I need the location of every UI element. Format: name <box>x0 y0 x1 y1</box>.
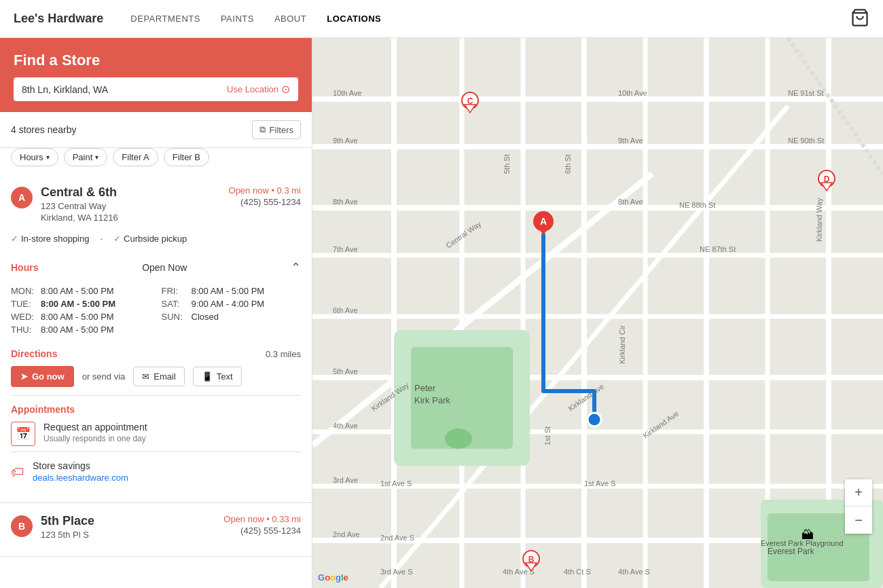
store-a-marker: A <box>11 187 33 208</box>
store-b-phone: (425) 555-1234 <box>223 526 301 536</box>
feature-in-store: ✓ In-store shopping <box>11 234 89 244</box>
store-card-a: A Central & 6th 123 Central Way Kirkland… <box>0 174 312 503</box>
directions-arrow-icon: ➤ <box>20 371 28 382</box>
email-icon: ✉ <box>142 371 149 382</box>
store-a-phone: (425) 555-1234 <box>229 197 301 207</box>
find-store-title: Find a Store <box>14 52 298 69</box>
zoom-out-button[interactable]: − <box>845 507 872 534</box>
store-b-status: Open now • 0.33 mi <box>223 514 301 524</box>
directions-header: Directions 0.3 miles <box>11 348 301 359</box>
request-appointment-row[interactable]: 📅 Request an appointment Usually respond… <box>11 422 301 446</box>
search-box: Use Location ⊙ <box>14 77 298 101</box>
store-b-address: 123 5th Pl S <box>41 530 215 540</box>
google-text: Google <box>318 572 348 583</box>
store-a-address-2: Kirkland, WA 11216 <box>41 213 221 223</box>
svg-text:Kirkland Way: Kirkland Way <box>815 198 823 242</box>
hours-row-mon: MON: 8:00 AM - 5:00 PM <box>11 286 151 296</box>
store-b-info: 5th Place 123 5th Pl S <box>41 514 215 540</box>
nav-paints[interactable]: PAINTS <box>221 14 254 24</box>
svg-text:A: A <box>540 216 547 227</box>
svg-text:1st St: 1st St <box>543 426 552 445</box>
zoom-in-button[interactable]: + <box>845 479 872 507</box>
location-icon: ⊙ <box>281 83 290 96</box>
svg-text:D: D <box>824 174 830 184</box>
hours-toggle-button[interactable]: Hours Open Now ⌃ <box>11 255 301 280</box>
main-layout: Find a Store Use Location ⊙ 4 stores nea… <box>0 38 883 588</box>
chip-filter-a[interactable]: Filter A <box>113 148 158 166</box>
location-search-input[interactable] <box>22 84 221 95</box>
go-now-button[interactable]: ➤ Go now <box>11 366 74 387</box>
nav-locations[interactable]: LOCATIONS <box>327 14 381 24</box>
savings-link[interactable]: deals.leeshardware.com <box>33 473 128 483</box>
phone-icon: 📱 <box>202 371 213 382</box>
svg-text:NE 87th St: NE 87th St <box>700 245 736 253</box>
filter-icon: ⧉ <box>259 124 266 135</box>
svg-text:Kirk Park: Kirk Park <box>414 395 450 405</box>
filter-bar: 4 stores nearby ⧉ Filters <box>0 112 312 148</box>
directions-actions: ➤ Go now or send via ✉ Email 📱 Text <box>11 366 301 387</box>
nav-departments[interactable]: DEPARTMENTS <box>130 14 200 24</box>
svg-text:5th Ave: 5th Ave <box>333 367 358 375</box>
hours-row-wed: WED: 8:00 AM - 5:00 PM <box>11 312 151 322</box>
hours-grid: MON: 8:00 AM - 5:00 PM FRI: 8:00 AM - 5:… <box>11 280 301 340</box>
hours-row-tue: TUE: 8:00 AM - 5:00 PM <box>11 299 151 309</box>
store-b-name: 5th Place <box>41 514 215 528</box>
main-nav: DEPARTMENTS PAINTS ABOUT LOCATIONS <box>130 14 850 24</box>
site-logo: Lee's Hardware <box>14 12 103 26</box>
send-text-button[interactable]: 📱 Text <box>193 367 242 386</box>
directions-section: Directions 0.3 miles ➤ Go now or send vi… <box>11 340 301 395</box>
hours-row-fri: FRI: 8:00 AM - 5:00 PM <box>162 286 302 296</box>
store-a-status: Open now • 0.3 mi <box>229 185 301 196</box>
store-b-meta: Open now • 0.33 mi (425) 555-1234 <box>223 514 301 536</box>
svg-text:6th St: 6th St <box>564 154 572 174</box>
chip-hours[interactable]: Hours▾ <box>11 148 58 166</box>
hours-row-sun: SUN: Closed <box>162 312 302 322</box>
sidebar: Find a Store Use Location ⊙ 4 stores nea… <box>0 38 312 588</box>
store-a-info: Central & 6th 123 Central Way Kirkland, … <box>41 185 221 223</box>
svg-text:2nd Ave: 2nd Ave <box>333 530 360 538</box>
svg-text:10th Ave: 10th Ave <box>333 89 362 97</box>
filters-button[interactable]: ⧉ Filters <box>252 120 301 139</box>
svg-text:4th Ct S: 4th Ct S <box>564 568 591 576</box>
svg-text:🏔: 🏔 <box>801 528 814 542</box>
appointments-section: Appointments 📅 Request an appointment Us… <box>11 395 301 452</box>
chip-filter-b[interactable]: Filter B <box>164 148 209 166</box>
store-card-b: B 5th Place 123 5th Pl S Open now • 0.33… <box>0 503 312 557</box>
send-email-button[interactable]: ✉ Email <box>133 367 185 386</box>
svg-text:B: B <box>528 555 535 564</box>
store-a-address-1: 123 Central Way <box>41 201 221 211</box>
savings-info: Store savings deals.leeshardware.com <box>33 460 128 483</box>
chip-paint[interactable]: Paint▾ <box>64 148 108 166</box>
store-a-header: A Central & 6th 123 Central Way Kirkland… <box>11 185 301 223</box>
nav-about[interactable]: ABOUT <box>274 14 306 24</box>
map-controls: + − <box>845 479 872 534</box>
svg-text:NE 88th St: NE 88th St <box>679 201 715 209</box>
store-a-meta: Open now • 0.3 mi (425) 555-1234 <box>229 185 301 207</box>
store-savings-row[interactable]: 🏷 Store savings deals.leeshardware.com <box>11 452 301 492</box>
svg-point-66 <box>588 413 601 426</box>
svg-text:4th Ave: 4th Ave <box>333 422 358 430</box>
svg-text:4th Ave S: 4th Ave S <box>618 568 650 576</box>
appointment-text: Request an appointment Usually responds … <box>43 422 147 443</box>
header: Lee's Hardware DEPARTMENTS PAINTS ABOUT … <box>0 0 883 38</box>
svg-text:9th Ave: 9th Ave <box>618 136 643 145</box>
google-logo: Google <box>318 572 348 583</box>
svg-text:5th St: 5th St <box>503 154 511 174</box>
svg-text:Everest Park: Everest Park <box>768 547 815 556</box>
svg-text:2nd Ave S: 2nd Ave S <box>380 534 414 542</box>
store-b-header: B 5th Place 123 5th Pl S Open now • 0.33… <box>11 514 301 540</box>
svg-text:3rd Ave: 3rd Ave <box>333 476 358 484</box>
cart-icon[interactable] <box>850 8 869 30</box>
hours-row-thu: THU: 8:00 AM - 5:00 PM <box>11 325 151 335</box>
check-icon: ✓ <box>113 234 121 244</box>
store-a-name: Central & 6th <box>41 185 221 200</box>
calendar-icon: 📅 <box>11 422 35 446</box>
use-location-button[interactable]: Use Location ⊙ <box>227 83 290 96</box>
hours-section: Hours Open Now ⌃ MON: 8:00 AM - 5:00 PM … <box>11 255 301 340</box>
svg-text:8th Ave: 8th Ave <box>333 198 358 206</box>
map-area[interactable]: Peter Kirk Park Everest Park Everest Par… <box>312 38 883 588</box>
svg-text:8th Ave: 8th Ave <box>618 198 643 206</box>
filter-chips: Hours▾ Paint▾ Filter A Filter B <box>0 148 312 174</box>
svg-text:C: C <box>467 96 473 106</box>
check-icon: ✓ <box>11 234 18 244</box>
